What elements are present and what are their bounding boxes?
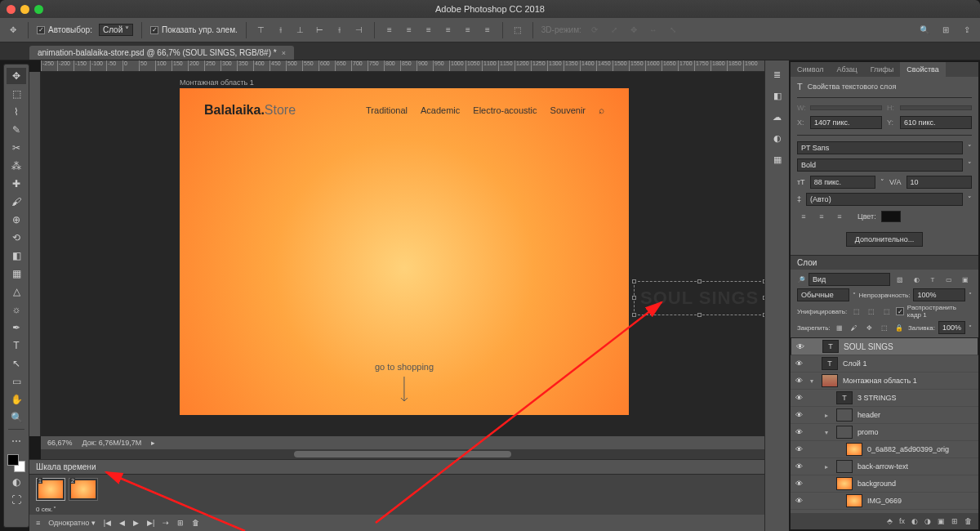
screenmode-tool[interactable]: ⛶ (7, 492, 26, 508)
search-icon[interactable]: 🔍 (918, 24, 931, 37)
edit-toolbar[interactable]: ⋯ (7, 433, 26, 449)
visibility-icon[interactable]: 👁 (795, 445, 805, 453)
visibility-icon[interactable]: 👁 (795, 359, 805, 368)
ruler-horizontal[interactable]: -250-200-150-100-50050100150200250300350… (41, 60, 764, 72)
panel-tab[interactable]: Символ (791, 62, 830, 77)
group-icon[interactable]: ▣ (938, 517, 945, 525)
frame-delay[interactable]: 0 сек.˅ (29, 504, 764, 515)
layer-row[interactable]: 👁background (791, 475, 978, 493)
show-transform-controls-checkbox[interactable]: Показать упр. элем. (150, 25, 238, 34)
visibility-icon[interactable]: 👁 (796, 342, 806, 351)
zoom-value[interactable]: 66,67% (47, 439, 73, 447)
align-center-icon[interactable]: ≡ (815, 210, 828, 223)
shape-tool[interactable]: ▭ (7, 373, 26, 390)
filter-adj-icon[interactable]: ◐ (910, 273, 923, 286)
unify-pos-icon[interactable]: ⬚ (850, 305, 862, 318)
filter-smart-icon[interactable]: ▣ (959, 273, 972, 286)
scrollbar-thumb[interactable] (294, 451, 511, 457)
hand-tool[interactable]: ✋ (7, 391, 26, 408)
eyedropper-tool[interactable]: ⁂ (7, 158, 26, 174)
stamp-tool[interactable]: ⊕ (7, 212, 26, 228)
type-tool[interactable]: T (7, 337, 26, 354)
layer-row[interactable]: 👁▸header (791, 407, 978, 424)
layer-row[interactable]: 👁TСлой 1 (791, 355, 978, 373)
distribute-icon[interactable]: ≡ (442, 24, 455, 37)
autoselect-checkbox[interactable]: Автовыбор: (37, 25, 92, 34)
align-right-icon[interactable]: ≡ (833, 210, 846, 223)
delete-layer-icon[interactable]: 🗑 (964, 517, 972, 525)
align-top-icon[interactable]: ⊤ (255, 24, 268, 37)
distribute-icon[interactable]: ≡ (403, 24, 416, 37)
visibility-icon[interactable]: 👁 (795, 394, 805, 402)
opacity-field[interactable]: 100% (913, 288, 965, 301)
zoom-tool[interactable]: 🔍 (7, 409, 26, 426)
new-frame-icon[interactable]: ⊞ (177, 519, 184, 527)
visibility-icon[interactable]: 👁 (795, 428, 805, 436)
visibility-icon[interactable]: 👁 (795, 377, 805, 385)
lasso-tool[interactable]: ⌇ (7, 104, 26, 120)
blend-mode-select[interactable]: Обычные (797, 288, 849, 301)
text-color-swatch[interactable] (881, 211, 901, 222)
unify-style-icon[interactable]: ⬚ (881, 305, 893, 318)
advanced-button[interactable]: Дополнительно... (846, 232, 923, 247)
distribute-icon[interactable]: ≡ (481, 24, 494, 37)
distribute-icon[interactable]: ≡ (422, 24, 435, 37)
align-hcenter-icon[interactable]: ⫲ (333, 24, 346, 37)
crop-tool[interactable]: ✂ (7, 140, 26, 156)
history-icon[interactable]: ≣ (768, 65, 786, 83)
share-icon[interactable]: ⇪ (960, 24, 973, 37)
fg-color-swatch[interactable] (7, 454, 19, 466)
auto-align-icon[interactable]: ⬚ (511, 24, 524, 37)
libraries-icon[interactable]: ☁ (768, 108, 786, 126)
delete-frame-icon[interactable]: 🗑 (192, 519, 199, 527)
marquee-tool[interactable]: ⬚ (7, 86, 26, 102)
doc-info[interactable]: Док: 6,76M/19,7M (82, 439, 142, 447)
lock-paint-icon[interactable]: 🖌 (849, 321, 860, 334)
layer-row[interactable]: 👁0_6a882_a5d90399_orig (791, 441, 978, 458)
blur-tool[interactable]: △ (7, 283, 26, 300)
loop-select[interactable]: Однократно ▾ (48, 519, 95, 527)
tracking-field[interactable]: 10 (906, 176, 972, 189)
artboard[interactable]: Balalaika.Store TraditionalAcademicElect… (180, 88, 629, 415)
layer-filter-select[interactable]: Вид (808, 273, 890, 286)
propagate-frame-checkbox[interactable]: Распространить кадр 1 (896, 304, 972, 319)
scrollbar-horizontal[interactable] (41, 449, 764, 459)
visibility-icon[interactable]: 👁 (795, 480, 805, 488)
layer-row[interactable]: 👁▸back-arrow-text (791, 458, 978, 475)
visibility-icon[interactable]: 👁 (795, 462, 805, 471)
adjustments-icon[interactable]: ◐ (768, 129, 786, 147)
swatches-icon[interactable]: ▦ (768, 150, 786, 168)
panel-tab[interactable]: Глифы (864, 62, 901, 77)
layer-row[interactable]: 👁▾promo (791, 424, 978, 441)
brush-tool[interactable]: 🖌 (7, 194, 26, 210)
filter-shape-icon[interactable]: ▭ (942, 273, 956, 286)
layer-row[interactable]: 👁IMG_0669 (791, 493, 978, 510)
align-vcenter-icon[interactable]: ⫲ (274, 24, 287, 37)
healing-tool[interactable]: ✚ (7, 176, 26, 192)
font-weight-select[interactable]: Bold (797, 158, 963, 172)
fill-field[interactable]: 100% (938, 321, 965, 334)
panel-tab[interactable]: Свойства (900, 62, 946, 77)
layer-row[interactable]: 👁▾Монтажная область 1 (791, 373, 978, 390)
leading-field[interactable]: (Авто) (806, 193, 963, 206)
link-layers-icon[interactable]: ⬘ (887, 517, 893, 525)
history-brush-tool[interactable]: ⟲ (7, 230, 26, 246)
lock-trans-icon[interactable]: ▦ (834, 321, 845, 334)
timeline-frame[interactable]: 2 (69, 478, 98, 501)
artboard-label[interactable]: Монтажная область 1 (180, 78, 254, 87)
lock-all-icon[interactable]: 🔒 (893, 321, 905, 334)
align-left-icon[interactable]: ⊢ (314, 24, 327, 37)
adjustment-icon[interactable]: ◑ (924, 517, 931, 525)
move-tool[interactable]: ✥ (7, 68, 26, 84)
distribute-icon[interactable]: ≡ (461, 24, 474, 37)
flyout-icon[interactable]: ≡ (36, 519, 40, 527)
fx-icon[interactable]: fx (899, 517, 905, 525)
align-right-icon[interactable]: ⊣ (353, 24, 366, 37)
visibility-icon[interactable]: 👁 (795, 411, 805, 419)
y-field[interactable]: 610 пикс. (900, 116, 972, 129)
layer-row[interactable]: 👁TSOUL SINGS (791, 337, 978, 355)
pen-tool[interactable]: ✒ (7, 319, 26, 336)
distribute-icon[interactable]: ≡ (383, 24, 396, 37)
dodge-tool[interactable]: ☼ (7, 301, 26, 318)
canvas-viewport[interactable]: Монтажная область 1 Balalaika.Store Trad… (41, 72, 764, 436)
